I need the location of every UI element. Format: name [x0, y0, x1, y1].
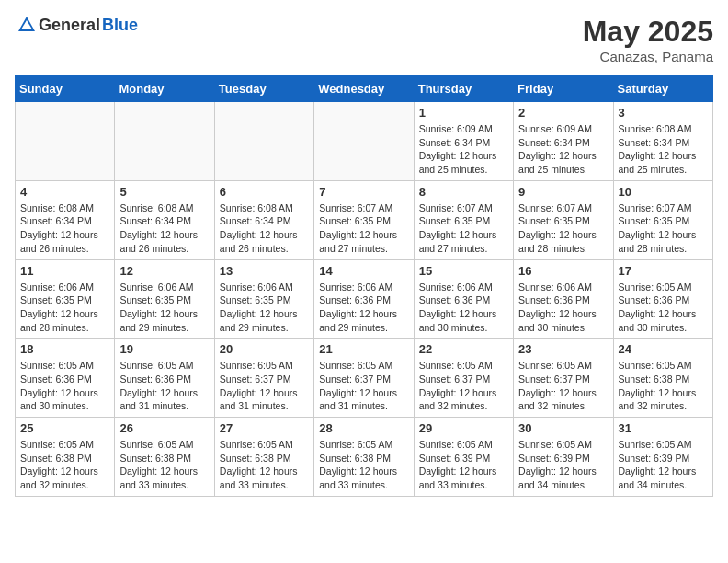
weekday-header-wednesday: Wednesday [314, 76, 414, 102]
day-info: Sunrise: 6:06 AM Sunset: 6:35 PM Dayligh… [119, 281, 209, 335]
day-info: Sunrise: 6:06 AM Sunset: 6:36 PM Dayligh… [319, 281, 408, 335]
calendar-week-5: 25Sunrise: 6:05 AM Sunset: 6:38 PM Dayli… [16, 418, 713, 497]
calendar-cell: 11Sunrise: 6:06 AM Sunset: 6:35 PM Dayli… [16, 259, 115, 339]
day-info: Sunrise: 6:08 AM Sunset: 6:34 PM Dayligh… [619, 122, 708, 177]
day-number: 10 [619, 185, 708, 199]
day-number: 17 [619, 264, 708, 278]
day-number: 18 [20, 342, 109, 356]
calendar-cell: 17Sunrise: 6:05 AM Sunset: 6:36 PM Dayli… [613, 259, 712, 339]
day-number: 13 [220, 264, 309, 278]
day-info: Sunrise: 6:05 AM Sunset: 6:37 PM Dayligh… [419, 359, 508, 413]
day-info: Sunrise: 6:06 AM Sunset: 6:36 PM Dayligh… [419, 281, 508, 335]
day-number: 16 [518, 264, 608, 278]
calendar-cell [314, 102, 414, 181]
day-info: Sunrise: 6:08 AM Sunset: 6:34 PM Dayligh… [119, 201, 209, 256]
day-number: 19 [119, 342, 209, 356]
weekday-header-tuesday: Tuesday [214, 76, 313, 102]
day-number: 25 [20, 421, 109, 435]
logo-blue-text: Blue [102, 16, 138, 35]
calendar-cell: 7Sunrise: 6:07 AM Sunset: 6:35 PM Daylig… [314, 180, 414, 259]
day-number: 27 [220, 421, 309, 435]
calendar-week-1: 1Sunrise: 6:09 AM Sunset: 6:34 PM Daylig… [16, 102, 713, 181]
day-info: Sunrise: 6:05 AM Sunset: 6:37 PM Dayligh… [518, 359, 608, 413]
month-title: May 2025 [583, 15, 713, 49]
day-number: 2 [518, 106, 608, 120]
calendar-cell: 31Sunrise: 6:05 AM Sunset: 6:39 PM Dayli… [613, 418, 712, 497]
calendar-header-row: SundayMondayTuesdayWednesdayThursdayFrid… [16, 76, 713, 102]
calendar-cell: 27Sunrise: 6:05 AM Sunset: 6:38 PM Dayli… [214, 418, 313, 497]
calendar-cell: 30Sunrise: 6:05 AM Sunset: 6:39 PM Dayli… [514, 418, 613, 497]
calendar-week-2: 4Sunrise: 6:08 AM Sunset: 6:34 PM Daylig… [16, 180, 713, 259]
calendar-cell: 14Sunrise: 6:06 AM Sunset: 6:36 PM Dayli… [314, 259, 414, 339]
calendar-week-4: 18Sunrise: 6:05 AM Sunset: 6:36 PM Dayli… [16, 339, 713, 418]
day-number: 22 [419, 342, 508, 356]
calendar-cell: 28Sunrise: 6:05 AM Sunset: 6:38 PM Dayli… [314, 418, 414, 497]
calendar-cell: 22Sunrise: 6:05 AM Sunset: 6:37 PM Dayli… [414, 339, 513, 418]
day-info: Sunrise: 6:05 AM Sunset: 6:37 PM Dayligh… [319, 359, 408, 413]
day-info: Sunrise: 6:05 AM Sunset: 6:36 PM Dayligh… [20, 359, 109, 413]
calendar-cell: 1Sunrise: 6:09 AM Sunset: 6:34 PM Daylig… [414, 102, 513, 181]
calendar-cell: 18Sunrise: 6:05 AM Sunset: 6:36 PM Dayli… [16, 339, 115, 418]
day-info: Sunrise: 6:07 AM Sunset: 6:35 PM Dayligh… [518, 201, 608, 256]
day-number: 24 [619, 342, 708, 356]
calendar-cell: 20Sunrise: 6:05 AM Sunset: 6:37 PM Dayli… [214, 339, 313, 418]
calendar-cell: 26Sunrise: 6:05 AM Sunset: 6:38 PM Dayli… [115, 418, 214, 497]
day-info: Sunrise: 6:06 AM Sunset: 6:36 PM Dayligh… [518, 281, 608, 335]
page-header: General Blue May 2025 Canazas, Panama [15, 15, 713, 64]
day-number: 28 [319, 421, 408, 435]
day-info: Sunrise: 6:05 AM Sunset: 6:38 PM Dayligh… [619, 359, 708, 413]
calendar-cell [214, 102, 313, 181]
calendar-cell: 23Sunrise: 6:05 AM Sunset: 6:37 PM Dayli… [514, 339, 613, 418]
day-info: Sunrise: 6:05 AM Sunset: 6:36 PM Dayligh… [119, 359, 209, 413]
day-info: Sunrise: 6:05 AM Sunset: 6:39 PM Dayligh… [619, 438, 708, 492]
weekday-header-saturday: Saturday [613, 76, 712, 102]
logo: General Blue [15, 15, 138, 35]
day-info: Sunrise: 6:08 AM Sunset: 6:34 PM Dayligh… [20, 201, 109, 256]
day-info: Sunrise: 6:05 AM Sunset: 6:39 PM Dayligh… [419, 438, 508, 492]
day-number: 1 [419, 106, 508, 120]
day-number: 23 [518, 342, 608, 356]
location: Canazas, Panama [583, 49, 713, 64]
calendar-cell: 29Sunrise: 6:05 AM Sunset: 6:39 PM Dayli… [414, 418, 513, 497]
day-number: 9 [518, 185, 608, 199]
calendar-cell: 24Sunrise: 6:05 AM Sunset: 6:38 PM Dayli… [613, 339, 712, 418]
day-number: 11 [20, 264, 109, 278]
day-number: 20 [220, 342, 309, 356]
weekday-header-thursday: Thursday [414, 76, 513, 102]
day-info: Sunrise: 6:09 AM Sunset: 6:34 PM Dayligh… [518, 122, 608, 177]
day-number: 26 [119, 421, 209, 435]
calendar-cell [16, 102, 115, 181]
day-number: 8 [419, 185, 508, 199]
calendar-cell: 9Sunrise: 6:07 AM Sunset: 6:35 PM Daylig… [514, 180, 613, 259]
day-info: Sunrise: 6:05 AM Sunset: 6:37 PM Dayligh… [220, 359, 309, 413]
day-number: 21 [319, 342, 408, 356]
day-info: Sunrise: 6:05 AM Sunset: 6:38 PM Dayligh… [319, 438, 408, 492]
day-info: Sunrise: 6:08 AM Sunset: 6:34 PM Dayligh… [220, 201, 309, 256]
calendar-week-3: 11Sunrise: 6:06 AM Sunset: 6:35 PM Dayli… [16, 259, 713, 339]
day-info: Sunrise: 6:07 AM Sunset: 6:35 PM Dayligh… [419, 201, 508, 256]
day-info: Sunrise: 6:06 AM Sunset: 6:35 PM Dayligh… [20, 281, 109, 335]
day-number: 31 [619, 421, 708, 435]
day-number: 30 [518, 421, 608, 435]
day-number: 14 [319, 264, 408, 278]
calendar-cell: 16Sunrise: 6:06 AM Sunset: 6:36 PM Dayli… [514, 259, 613, 339]
day-number: 4 [20, 185, 109, 199]
logo-icon [17, 15, 37, 35]
day-number: 5 [119, 185, 209, 199]
day-info: Sunrise: 6:07 AM Sunset: 6:35 PM Dayligh… [319, 201, 408, 256]
day-number: 12 [119, 264, 209, 278]
calendar-cell: 5Sunrise: 6:08 AM Sunset: 6:34 PM Daylig… [115, 180, 214, 259]
calendar-cell: 19Sunrise: 6:05 AM Sunset: 6:36 PM Dayli… [115, 339, 214, 418]
title-block: May 2025 Canazas, Panama [583, 15, 713, 64]
logo-general-text: General [39, 16, 100, 35]
day-info: Sunrise: 6:07 AM Sunset: 6:35 PM Dayligh… [619, 201, 708, 256]
day-number: 7 [319, 185, 408, 199]
day-info: Sunrise: 6:06 AM Sunset: 6:35 PM Dayligh… [220, 281, 309, 335]
weekday-header-sunday: Sunday [16, 76, 115, 102]
day-info: Sunrise: 6:09 AM Sunset: 6:34 PM Dayligh… [419, 122, 508, 177]
calendar-cell: 15Sunrise: 6:06 AM Sunset: 6:36 PM Dayli… [414, 259, 513, 339]
calendar-cell: 13Sunrise: 6:06 AM Sunset: 6:35 PM Dayli… [214, 259, 313, 339]
calendar-cell: 25Sunrise: 6:05 AM Sunset: 6:38 PM Dayli… [16, 418, 115, 497]
calendar-cell: 3Sunrise: 6:08 AM Sunset: 6:34 PM Daylig… [613, 102, 712, 181]
calendar-cell: 21Sunrise: 6:05 AM Sunset: 6:37 PM Dayli… [314, 339, 414, 418]
